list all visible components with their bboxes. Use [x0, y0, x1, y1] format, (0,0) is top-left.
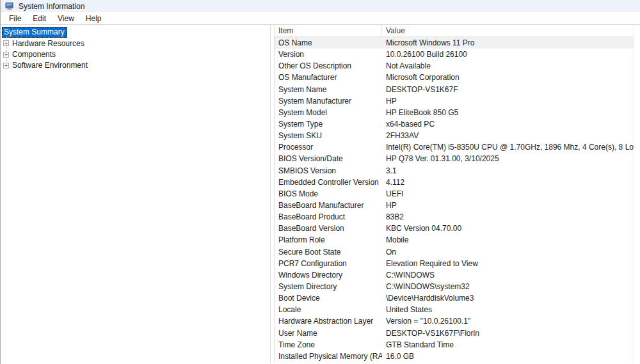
tree-items: +Hardware Resources+Components+Software … [1, 38, 270, 71]
window-title: System Information [19, 2, 84, 11]
row-value-cell: 16.0 GB [382, 352, 634, 361]
row-item-cell: Processor [275, 143, 382, 152]
row-value-cell: \Device\HarddiskVolume3 [382, 294, 634, 303]
row-item-cell: OS Manufacturer [275, 73, 382, 82]
table-row[interactable]: System SKU2FH33AV [275, 130, 634, 141]
menu-edit[interactable]: Edit [27, 13, 52, 24]
row-item-cell: BIOS Mode [275, 189, 382, 198]
table-row[interactable]: Version10.0.26100 Build 26100 [275, 49, 634, 60]
row-value-cell: 10.0.26100 Build 26100 [382, 50, 634, 59]
table-row[interactable]: BIOS Version/DateHP Q78 Ver. 01.31.00, 3… [275, 153, 634, 164]
table-row[interactable]: BIOS ModeUEFI [275, 188, 634, 200]
system-information-icon[interactable] [5, 2, 14, 11]
row-item-cell: Embedded Controller Version [275, 178, 382, 187]
tree-item-software-environment[interactable]: +Software Environment [1, 60, 270, 71]
row-value-cell: HP [382, 201, 634, 210]
row-value-cell: 4.112 [382, 178, 634, 187]
tree-item-hardware-resources[interactable]: +Hardware Resources [1, 38, 270, 49]
row-item-cell: SMBIOS Version [275, 166, 382, 175]
tree-item-label: Hardware Resources [12, 39, 84, 48]
table-row[interactable]: Embedded Controller Version4.112 [275, 177, 634, 188]
row-item-cell: System Manufacturer [275, 97, 382, 106]
row-item-cell: Installed Physical Memory (RA... [275, 352, 382, 361]
title-bar: System Information [1, 0, 640, 12]
row-item-cell: System Name [275, 85, 382, 94]
tree-item-components[interactable]: +Components [1, 49, 270, 59]
row-value-cell: GTB Standard Time [382, 340, 634, 349]
row-item-cell: PCR7 Configuration [275, 259, 382, 268]
row-value-cell: 2FH33AV [382, 131, 634, 140]
tree-item-label: Software Environment [12, 61, 88, 70]
row-value-cell: C:\WINDOWS\system32 [382, 282, 634, 291]
row-value-cell: HP Q78 Ver. 01.31.00, 3/10/2025 [382, 154, 634, 163]
row-value-cell: Version = "10.0.26100.1" [382, 317, 634, 326]
row-item-cell: BaseBoard Product [275, 212, 382, 221]
row-item-cell: Time Zone [275, 340, 382, 349]
table-row[interactable]: OS NameMicrosoft Windows 11 Pro [275, 37, 634, 49]
table-row[interactable]: SMBIOS Version3.1 [275, 165, 634, 177]
row-value-cell: Mobile [382, 235, 634, 244]
row-item-cell: System Directory [275, 282, 382, 291]
table-row[interactable]: PCR7 ConfigurationElevation Required to … [275, 258, 634, 269]
table-row[interactable]: Time ZoneGTB Standard Time [275, 339, 634, 351]
row-item-cell: System SKU [275, 131, 382, 140]
row-item-cell: Secure Boot State [275, 248, 382, 257]
expand-plus-icon[interactable]: + [3, 63, 9, 68]
table-row[interactable]: System NameDESKTOP-VS1K67F [275, 84, 634, 95]
table-row[interactable]: System DirectoryC:\WINDOWS\system32 [275, 281, 634, 292]
details-rows: OS NameMicrosoft Windows 11 ProVersion10… [275, 37, 634, 363]
row-value-cell: Microsoft Windows 11 Pro [382, 38, 634, 47]
row-value-cell: On [382, 248, 634, 257]
table-row[interactable]: System ManufacturerHP [275, 95, 634, 107]
row-item-cell: BaseBoard Version [275, 224, 382, 233]
table-row[interactable]: Platform RoleMobile [275, 234, 634, 246]
row-item-cell: Locale [275, 305, 382, 314]
column-header-value[interactable]: Value [382, 25, 634, 36]
row-item-cell: Version [275, 50, 382, 59]
menu-bar: File Edit View Help [1, 12, 640, 25]
table-row[interactable]: Other OS DescriptionNot Available [275, 60, 634, 72]
row-item-cell: System Type [275, 120, 382, 129]
row-value-cell: DESKTOP-VS1K67F\Florin [382, 329, 634, 338]
table-row[interactable]: Secure Boot StateOn [275, 246, 634, 258]
table-row[interactable]: ProcessorIntel(R) Core(TM) i5-8350U CPU … [275, 141, 634, 153]
tree-item-system-summary[interactable]: System Summary [2, 27, 67, 38]
row-item-cell: Other OS Description [275, 61, 382, 70]
row-value-cell: Not Available [382, 61, 634, 70]
table-row[interactable]: Installed Physical Memory (RA...16.0 GB [275, 351, 634, 362]
row-item-cell: User Name [275, 329, 382, 338]
menu-file[interactable]: File [3, 13, 27, 24]
row-item-cell: BIOS Version/Date [275, 154, 382, 163]
list-header: Item Value [275, 25, 634, 37]
table-row[interactable]: System ModelHP EliteBook 850 G5 [275, 107, 634, 118]
row-value-cell: United States [382, 305, 634, 314]
row-item-cell: BaseBoard Manufacturer [275, 201, 382, 210]
table-row[interactable]: BaseBoard Product83B2 [275, 211, 634, 223]
category-tree-pane: System Summary +Hardware Resources+Compo… [1, 25, 271, 363]
table-row[interactable]: System Typex64-based PC [275, 118, 634, 130]
column-header-item[interactable]: Item [275, 25, 382, 36]
expand-plus-icon[interactable]: + [3, 40, 9, 46]
table-row[interactable]: OS ManufacturerMicrosoft Corporation [275, 72, 634, 83]
table-row[interactable]: User NameDESKTOP-VS1K67F\Florin [275, 328, 634, 339]
table-row[interactable]: BaseBoard VersionKBC Version 04.70.00 [275, 223, 634, 234]
row-value-cell: 3.1 [382, 166, 634, 175]
menu-view[interactable]: View [52, 13, 80, 24]
row-value-cell: DESKTOP-VS1K67F [382, 85, 634, 94]
row-value-cell: KBC Version 04.70.00 [382, 224, 634, 233]
row-item-cell: Boot Device [275, 294, 382, 303]
table-row[interactable]: Hardware Abstraction LayerVersion = "10.… [275, 315, 634, 327]
table-row[interactable]: Windows DirectoryC:\WINDOWS [275, 269, 634, 281]
expand-plus-icon[interactable]: + [3, 52, 9, 58]
table-row[interactable]: BaseBoard ManufacturerHP [275, 200, 634, 211]
row-value-cell: Intel(R) Core(TM) i5-8350U CPU @ 1.70GHz… [382, 143, 634, 152]
table-row[interactable]: Boot Device\Device\HarddiskVolume3 [275, 292, 634, 304]
row-item-cell: Windows Directory [275, 271, 382, 280]
tree-item-label: Components [12, 50, 56, 59]
system-information-window: System Information File Edit View Help S… [0, 0, 640, 364]
table-row[interactable]: LocaleUnited States [275, 304, 634, 315]
row-item-cell: OS Name [275, 38, 382, 47]
menu-help[interactable]: Help [80, 13, 108, 24]
row-value-cell: Elevation Required to View [382, 259, 634, 268]
row-value-cell: UEFI [382, 189, 634, 198]
